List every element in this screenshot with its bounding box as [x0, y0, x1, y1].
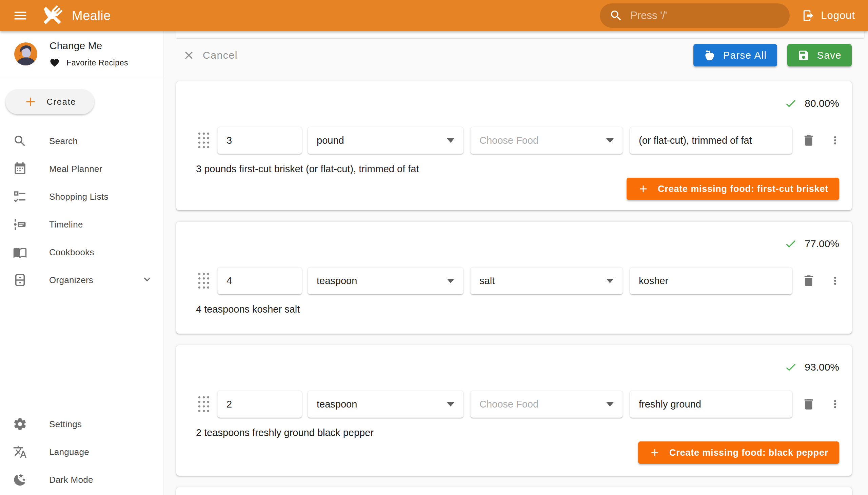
note-input[interactable]: kosher: [630, 267, 793, 294]
favorite-recipes-link[interactable]: Favorite Recipes: [50, 58, 128, 68]
unit-select[interactable]: teaspoon: [308, 391, 463, 418]
unit-select[interactable]: teaspoon: [308, 267, 463, 294]
menu-icon[interactable]: [10, 5, 31, 26]
sidebar-item-search[interactable]: Search: [0, 127, 163, 155]
sidebar-item-meal-planner[interactable]: Meal Planner: [0, 155, 163, 183]
note-input[interactable]: (or flat-cut), trimmed of fat: [630, 127, 793, 154]
food-select[interactable]: salt: [470, 267, 623, 294]
avatar: [14, 42, 37, 65]
ingredient-input-row: 3 pound Choose Food (or flat-cut), trimm…: [176, 127, 852, 154]
cancel-button[interactable]: Cancel: [176, 44, 244, 66]
app-bar: Mealie Press '/' Logout: [0, 0, 868, 31]
quantity-input[interactable]: 4: [217, 267, 302, 294]
create-button[interactable]: Create: [5, 89, 94, 114]
trash-icon[interactable]: [801, 132, 817, 149]
save-button[interactable]: Save: [787, 44, 852, 66]
sidebar-item-language[interactable]: Language: [0, 438, 163, 466]
original-ingredient-text: 3 pounds first-cut brisket (or flat-cut)…: [176, 163, 852, 175]
main-content: Cancel Parse All Save 80.00%: [164, 31, 868, 495]
ingredient-card-partial: [176, 487, 852, 495]
sidebar-item-settings[interactable]: Settings: [0, 410, 163, 438]
confidence-value: 77.00%: [805, 238, 839, 250]
drag-icon[interactable]: [198, 131, 211, 150]
quantity-input[interactable]: 2: [217, 391, 302, 418]
magnify-icon: [13, 134, 27, 148]
create-missing-food-button[interactable]: Create missing food: first-cut brisket: [627, 178, 839, 200]
plus-icon: [23, 95, 38, 109]
confidence-row: 80.00%: [176, 97, 852, 110]
checklist-icon: [13, 189, 27, 204]
unit-select[interactable]: pound: [308, 127, 463, 154]
search-placeholder: Press '/': [630, 10, 667, 22]
sidebar-item-shopping-lists[interactable]: Shopping Lists: [0, 183, 163, 210]
check-icon: [784, 361, 797, 374]
logout-icon: [802, 9, 815, 22]
food-select[interactable]: Choose Food: [470, 127, 623, 154]
caret-down-icon: [447, 138, 454, 143]
ingredient-card: 93.00% 2 teaspoon Choose Food freshly gr…: [176, 345, 852, 476]
sidebar-item-timeline[interactable]: Timeline: [0, 210, 163, 238]
sidebar-item-organizers[interactable]: Organizers: [0, 266, 163, 294]
ingredient-card: 80.00% 3 pound Choose Food (or flat-cut)…: [176, 81, 852, 210]
save-icon: [798, 49, 810, 62]
timeline-icon: [13, 217, 27, 232]
original-ingredient-text: 4 teaspoons kosher salt: [176, 303, 852, 315]
translate-icon: [13, 445, 27, 459]
caret-down-icon: [606, 279, 614, 283]
caret-down-icon: [447, 279, 454, 283]
calendar-icon: [13, 162, 27, 176]
sidebar-item-dark-mode[interactable]: Dark Mode: [0, 466, 163, 494]
ingredient-input-row: 4 teaspoon salt kosher: [176, 267, 852, 294]
book-open-icon: [13, 245, 27, 259]
trash-icon[interactable]: [801, 396, 817, 412]
create-missing-food-button[interactable]: Create missing food: black pepper: [638, 441, 839, 464]
plus-icon: [637, 183, 649, 194]
confidence-row: 93.00%: [176, 361, 852, 374]
confidence-value: 93.00%: [805, 361, 839, 373]
kebab-menu-icon[interactable]: [827, 396, 843, 412]
scrolled-card-edge: [176, 31, 864, 38]
user-name: Change Me: [50, 40, 128, 52]
search-input[interactable]: Press '/': [600, 3, 790, 28]
close-icon: [183, 49, 195, 62]
drag-icon[interactable]: [198, 271, 211, 290]
search-icon: [609, 9, 623, 22]
check-icon: [784, 97, 797, 110]
kebab-menu-icon[interactable]: [827, 273, 843, 289]
quantity-input[interactable]: 3: [217, 127, 302, 154]
ingredient-input-row: 2 teaspoon Choose Food freshly ground: [176, 391, 852, 418]
ingredient-card-list: 80.00% 3 pound Choose Food (or flat-cut)…: [176, 81, 852, 495]
parser-toolbar: Cancel Parse All Save: [176, 44, 852, 66]
food-select[interactable]: Choose Food: [470, 391, 623, 418]
heart-icon: [50, 58, 60, 68]
confidence-row: 77.00%: [176, 237, 852, 250]
caret-down-icon: [606, 138, 614, 143]
plus-icon: [649, 447, 661, 458]
caret-down-icon: [606, 402, 614, 407]
moon-icon: [13, 473, 27, 487]
logout-button[interactable]: Logout: [802, 9, 855, 22]
drag-icon[interactable]: [198, 395, 211, 414]
parse-all-button[interactable]: Parse All: [693, 44, 777, 66]
gear-icon: [13, 417, 27, 431]
kebab-menu-icon[interactable]: [827, 132, 843, 149]
original-ingredient-text: 2 teaspoons freshly ground black pepper: [176, 427, 852, 439]
ingredient-card: 77.00% 4 teaspoon salt kosher: [176, 222, 852, 334]
apple-icon: [703, 49, 716, 62]
caret-down-icon: [447, 402, 454, 407]
silverware-logo-icon: [40, 3, 64, 28]
trash-icon[interactable]: [801, 273, 817, 289]
app-title: Mealie: [72, 8, 111, 23]
cabinet-icon: [13, 273, 27, 287]
chevron-down-icon[interactable]: [141, 273, 154, 287]
sidebar: Change Me Favorite Recipes Create Search…: [0, 31, 164, 495]
sidebar-item-cookbooks[interactable]: Cookbooks: [0, 238, 163, 266]
note-input[interactable]: freshly ground: [630, 391, 793, 418]
check-icon: [784, 237, 797, 250]
confidence-value: 80.00%: [805, 98, 839, 109]
user-profile[interactable]: Change Me Favorite Recipes: [0, 31, 163, 78]
